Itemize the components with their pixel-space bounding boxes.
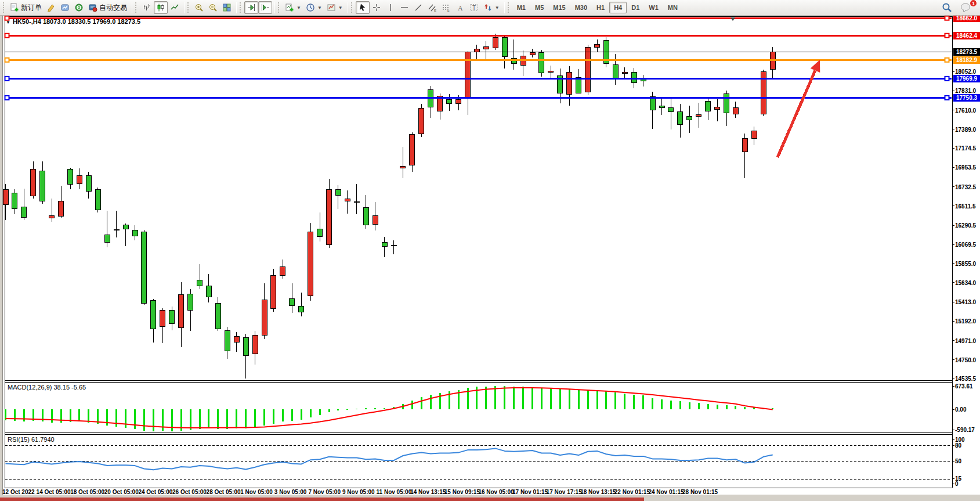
candle-body [197, 280, 202, 286]
crosshair-icon [372, 3, 381, 12]
candle-body [724, 94, 729, 113]
timeframe-d1-label: D1 [631, 4, 639, 11]
candle-body [252, 336, 258, 354]
text-button[interactable]: A [453, 1, 467, 14]
candle-body [317, 229, 323, 237]
market-button[interactable] [58, 1, 72, 14]
chart-shift-marker-icon[interactable] [731, 17, 735, 21]
toolbar-grip [3, 2, 6, 13]
bottom-red-bar [0, 498, 644, 501]
bar-chart-icon [142, 3, 151, 12]
text-label-button[interactable]: T [467, 1, 481, 14]
chart-canvas[interactable] [0, 0, 980, 501]
crosshair-button[interactable] [370, 1, 384, 14]
periods-button[interactable]: ▼ [303, 1, 324, 14]
timeframe-w1[interactable]: W1 [644, 2, 663, 13]
line-handle[interactable] [945, 77, 949, 81]
candle-body [215, 304, 220, 329]
signals-button[interactable] [72, 1, 86, 14]
candle-body [585, 48, 591, 92]
cursor-button[interactable] [356, 1, 370, 14]
zoom-out-icon [208, 3, 218, 12]
candle-body [567, 73, 572, 95]
timeframe-d1[interactable]: D1 [627, 2, 644, 13]
zoom-in-button[interactable] [192, 1, 206, 14]
arrows-button[interactable]: ▼ [481, 1, 502, 14]
new-order-button[interactable]: 新订单 [8, 1, 44, 14]
candle-body [706, 102, 711, 111]
line-handle[interactable] [5, 16, 9, 20]
new-order-icon [10, 3, 19, 12]
line-chart-button[interactable] [168, 1, 182, 14]
indicators-button[interactable]: ▼ [283, 1, 303, 14]
equidistant-channel-button[interactable]: E [425, 1, 439, 14]
toolbar-grip [508, 2, 511, 13]
line-handle[interactable] [5, 96, 9, 100]
autotrading-button[interactable]: 自动交易 [86, 1, 129, 14]
tile-windows-button[interactable] [220, 1, 234, 14]
candle-body [483, 46, 489, 49]
line-handle[interactable] [945, 34, 949, 38]
timeframe-m1[interactable]: M1 [512, 2, 530, 13]
toolbar-separator [236, 2, 237, 13]
chevron-down-icon[interactable]: ▼ [495, 5, 500, 10]
candle-body [622, 72, 627, 73]
templates-button[interactable]: ▼ [324, 1, 345, 14]
line-handle[interactable] [5, 34, 9, 38]
auto-scroll-button[interactable] [244, 1, 258, 14]
zoom-out-button[interactable] [206, 1, 220, 14]
line-handle[interactable] [5, 58, 9, 62]
timeframe-h1[interactable]: H1 [592, 2, 609, 13]
timeframe-m5[interactable]: M5 [530, 2, 548, 13]
fibonacci-icon: F [442, 3, 451, 12]
trend-arrow-shaft [778, 70, 815, 157]
vertical-line-button[interactable] [384, 1, 397, 14]
timeframe-w1-label: W1 [649, 4, 659, 11]
timeframe-h4[interactable]: H4 [609, 2, 627, 13]
timeframe-m30[interactable]: M30 [570, 2, 592, 13]
timeframe-mn[interactable]: MN [663, 2, 682, 13]
chevron-down-icon[interactable]: ▼ [338, 5, 343, 10]
zoom-in-icon [194, 3, 204, 12]
candle-body [363, 208, 368, 225]
candle-body [382, 243, 387, 247]
fibonacci-button[interactable]: F [439, 1, 453, 14]
search-button[interactable] [939, 1, 954, 14]
new-order-button-label: 新订单 [21, 3, 42, 13]
candlestick-chart-button[interactable] [154, 1, 168, 14]
svg-text:A: A [458, 4, 463, 12]
chevron-down-icon[interactable]: ▼ [317, 5, 322, 10]
chevron-down-icon[interactable]: ▼ [296, 5, 301, 10]
candle-body [21, 207, 27, 218]
notifications-button[interactable]: 1 [958, 1, 974, 14]
line-handle[interactable] [5, 77, 9, 81]
candle-body [225, 331, 230, 351]
candle-body [243, 338, 248, 356]
candle-body [271, 276, 276, 309]
candle-body [474, 49, 479, 52]
mql-editor-button[interactable] [44, 1, 58, 14]
candle-body [687, 116, 692, 120]
candle-body [502, 38, 507, 57]
timeframe-mn-label: MN [668, 4, 678, 11]
trendline-button[interactable] [411, 1, 425, 14]
chart-shift-button[interactable] [258, 1, 272, 14]
auto-scroll-icon [247, 3, 256, 12]
svg-text:E: E [434, 9, 436, 12]
candle-body [631, 73, 637, 83]
toolbar-grip [187, 2, 190, 13]
timeframe-m1-label: M1 [517, 4, 526, 11]
notification-badge: 1 [970, 0, 977, 7]
clock-icon [306, 3, 315, 12]
candle-body [206, 286, 211, 297]
toolbar-group-timeframes: M1M5M15M30H1H4D1W1MN [507, 0, 682, 15]
horizontal-line-button[interactable] [397, 1, 411, 14]
candle-body [335, 190, 341, 196]
line-handle[interactable] [945, 96, 949, 100]
line-handle[interactable] [945, 58, 949, 62]
timeframe-m15[interactable]: M15 [548, 2, 570, 13]
line-handle[interactable] [945, 16, 949, 20]
hline-icon [400, 3, 409, 12]
bar-chart-button[interactable] [140, 1, 154, 14]
toolbar-separator [504, 2, 505, 13]
